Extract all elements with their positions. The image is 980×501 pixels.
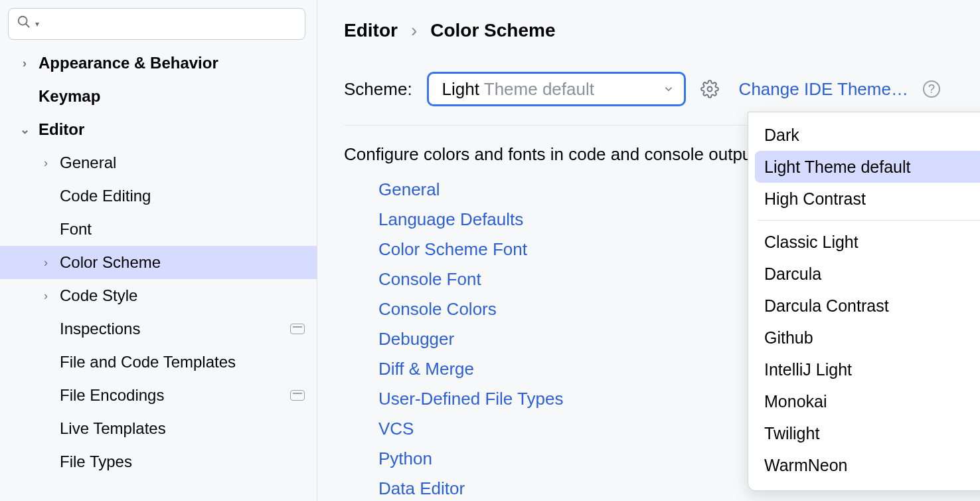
sidebar-item-label: Inspections [60,320,140,338]
search-box[interactable]: ▾ [8,8,305,40]
settings-sidebar: ▾ ›Appearance & Behavior›Keymap⌄Editor›G… [0,0,317,501]
dropdown-option[interactable]: High Contrast [748,183,980,215]
svg-line-1 [26,24,30,28]
svg-point-0 [19,17,27,25]
dropdown-option[interactable]: Darcula [748,258,980,290]
scope-badge-icon [290,324,305,334]
sidebar-item-label: Keymap [39,87,100,106]
dropdown-option[interactable]: Dark [748,119,980,151]
dropdown-option[interactable]: Twilight [748,417,980,449]
sidebar-item-keymap[interactable]: ›Keymap [0,80,317,113]
dropdown-option[interactable]: Monokai [748,385,980,417]
dropdown-option[interactable]: Light Theme default [755,151,980,183]
chevron-right-icon: › [39,289,53,303]
scheme-value: Light Theme default [442,79,594,100]
sidebar-item-label: Color Scheme [60,253,161,272]
scheme-dropdown[interactable]: DarkLight Theme defaultHigh ContrastClas… [748,112,980,491]
chevron-down-icon [663,79,675,100]
sidebar-item-label: File and Code Templates [60,353,236,371]
dropdown-option[interactable]: Darcula Contrast [748,290,980,322]
sidebar-item-code-style[interactable]: ›Code Style [0,279,317,312]
dropdown-option[interactable]: Github [748,322,980,353]
gear-icon[interactable] [700,80,719,98]
scope-badge-icon [290,390,305,401]
sidebar-item-file-encodings[interactable]: ›File Encodings [0,379,317,412]
breadcrumb-item[interactable]: Editor [344,20,398,41]
dropdown-option[interactable]: IntelliJ Light [748,353,980,385]
dropdown-option[interactable]: Classic Light [748,226,980,258]
sidebar-item-code-editing[interactable]: ›Code Editing [0,179,317,213]
chevron-right-icon: › [411,20,417,41]
search-wrap: ▾ [0,8,317,47]
dropdown-option[interactable]: WarmNeon [748,449,980,481]
breadcrumb-item: Color Scheme [430,20,555,41]
breadcrumb: Editor › Color Scheme [344,20,980,41]
scheme-label: Scheme: [344,79,412,100]
chevron-down-icon: ⌄ [17,122,32,137]
settings-tree: ›Appearance & Behavior›Keymap⌄Editor›Gen… [0,47,317,478]
sidebar-item-live-templates[interactable]: ›Live Templates [0,412,317,445]
chevron-right-icon: › [39,156,53,170]
svg-point-2 [707,87,712,92]
help-icon[interactable]: ? [923,80,940,98]
sidebar-item-general[interactable]: ›General [0,146,317,179]
sidebar-item-label: General [60,153,116,172]
search-icon [17,15,31,33]
sidebar-item-label: File Types [60,452,132,471]
sidebar-item-label: Appearance & Behavior [39,54,218,72]
sidebar-item-file-and-code-templates[interactable]: ›File and Code Templates [0,346,317,379]
sidebar-item-label: Code Editing [60,187,151,205]
chevron-right-icon: › [17,56,32,70]
sidebar-item-appearance-behavior[interactable]: ›Appearance & Behavior [0,47,317,80]
sidebar-item-label: Editor [39,120,84,139]
sidebar-item-inspections[interactable]: ›Inspections [0,312,317,346]
sidebar-item-font[interactable]: ›Font [0,213,317,246]
sidebar-item-label: Font [60,220,92,239]
chevron-down-icon: ▾ [35,19,39,29]
separator [758,220,980,221]
sidebar-item-editor[interactable]: ⌄Editor [0,113,317,146]
sidebar-item-label: File Encodings [60,386,164,405]
sidebar-item-color-scheme[interactable]: ›Color Scheme [0,246,317,279]
search-input[interactable] [43,15,297,33]
chevron-right-icon: › [39,256,53,270]
change-ide-theme-link[interactable]: Change IDE Theme… [739,79,908,100]
sidebar-item-label: Code Style [60,286,137,305]
sidebar-item-label: Live Templates [60,419,166,438]
scheme-combobox[interactable]: Light Theme default [427,72,686,106]
sidebar-item-file-types[interactable]: ›File Types [0,445,317,478]
main-panel: Editor › Color Scheme Scheme: Light Them… [317,0,980,501]
